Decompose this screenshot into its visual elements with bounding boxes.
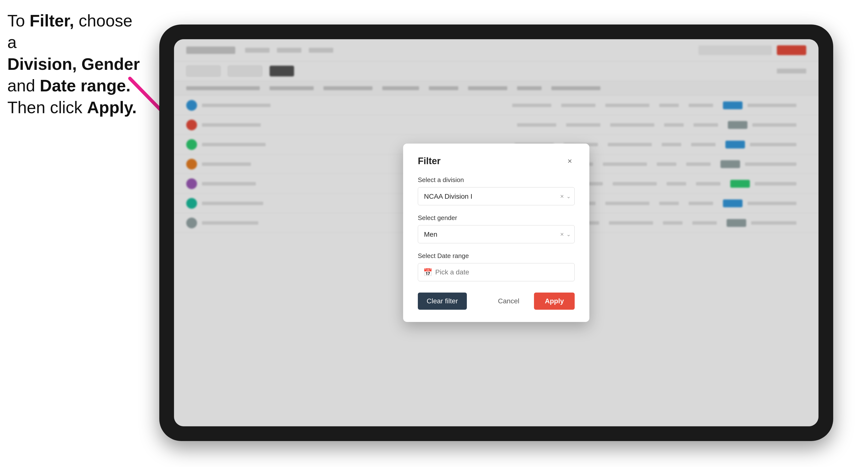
cancel-button[interactable]: Cancel <box>489 292 528 310</box>
date-input-wrapper: 📅 <box>418 263 575 281</box>
modal-title: Filter <box>418 156 441 166</box>
date-range-input[interactable] <box>418 263 575 281</box>
instruction-line1: To Filter, choose a Division, Gender and… <box>7 11 140 117</box>
tablet-device: Filter × Select a division NCAA Division… <box>159 25 833 441</box>
division-select[interactable]: NCAA Division I NCAA Division II NCAA Di… <box>418 187 575 205</box>
date-form-group: Select Date range 📅 <box>418 252 575 281</box>
gender-label: Select gender <box>418 214 575 222</box>
division-form-group: Select a division NCAA Division I NCAA D… <box>418 176 575 205</box>
close-button[interactable]: × <box>565 156 575 166</box>
date-label: Select Date range <box>418 252 575 260</box>
modal-overlay: Filter × Select a division NCAA Division… <box>174 39 818 426</box>
gender-select[interactable]: Men Women Mixed <box>418 225 575 243</box>
modal-header: Filter × <box>418 156 575 166</box>
gender-form-group: Select gender Men Women Mixed × ⌄ <box>418 214 575 243</box>
modal-footer: Clear filter Cancel Apply <box>418 292 575 310</box>
calendar-icon: 📅 <box>423 268 432 277</box>
apply-button[interactable]: Apply <box>534 292 575 310</box>
division-select-wrapper: NCAA Division I NCAA Division II NCAA Di… <box>418 187 575 205</box>
instruction-text: To Filter, choose a Division, Gender and… <box>7 10 145 118</box>
gender-select-wrapper: Men Women Mixed × ⌄ <box>418 225 575 243</box>
division-label: Select a division <box>418 176 575 184</box>
footer-right-actions: Cancel Apply <box>489 292 575 310</box>
filter-modal: Filter × Select a division NCAA Division… <box>403 144 589 322</box>
clear-filter-button[interactable]: Clear filter <box>418 292 467 310</box>
tablet-screen: Filter × Select a division NCAA Division… <box>174 39 818 426</box>
